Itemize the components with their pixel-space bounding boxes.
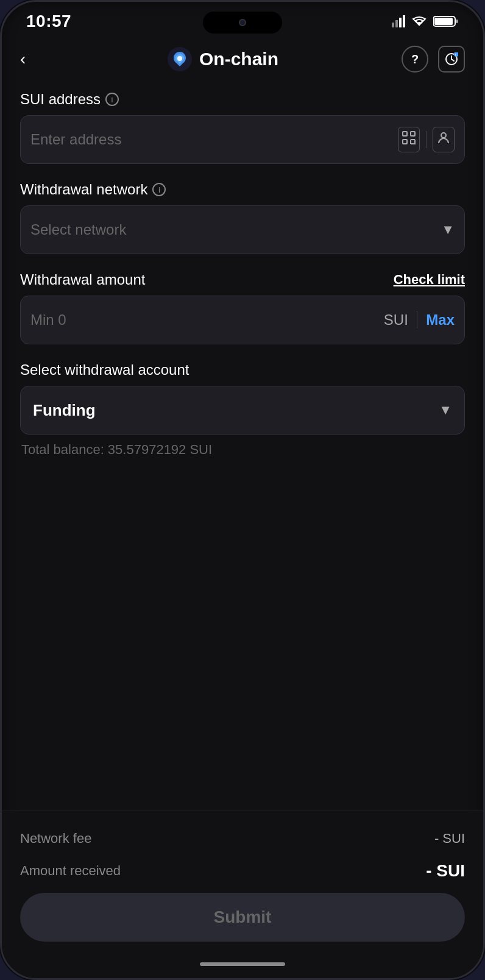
sui-address-label-text: SUI address — [20, 91, 101, 108]
withdrawal-account-label-text: Select withdrawal account — [20, 361, 189, 378]
withdrawal-amount-label: Withdrawal amount — [20, 271, 145, 288]
check-limit-button[interactable]: Check limit — [394, 272, 465, 288]
withdrawal-network-dropdown[interactable]: Select network ▼ — [20, 205, 465, 254]
withdrawal-amount-group: Withdrawal amount Check limit Min 0 SUI … — [20, 271, 465, 344]
account-name: Funding — [33, 401, 96, 420]
withdrawal-network-label: Withdrawal network i — [20, 181, 465, 198]
dynamic-island-dot — [239, 19, 246, 26]
network-fee-row: Network fee - SUI — [20, 823, 465, 854]
currency-label: SUI — [384, 311, 408, 328]
withdrawal-account-label: Select withdrawal account — [20, 361, 465, 378]
max-button[interactable]: Max — [426, 311, 455, 328]
svg-point-15 — [441, 133, 446, 138]
page-title: On-chain — [199, 49, 278, 69]
amount-right-controls: SUI Max — [384, 311, 455, 328]
person-icon — [437, 131, 450, 144]
svg-rect-2 — [399, 18, 402, 27]
volume-up-button — [0, 221, 2, 282]
network-fee-label: Network fee — [20, 831, 91, 847]
dynamic-island — [203, 12, 282, 34]
account-dropdown-arrow-icon: ▼ — [439, 402, 452, 418]
volume-down-button — [0, 294, 2, 355]
network-fee-value: - SUI — [434, 831, 465, 847]
withdrawal-network-info-icon[interactable]: i — [152, 183, 166, 196]
svg-rect-3 — [403, 15, 405, 27]
signal-icon — [392, 15, 405, 27]
sui-address-input[interactable]: Enter address — [20, 115, 465, 164]
home-bar — [200, 962, 285, 966]
svg-rect-12 — [403, 132, 407, 136]
submit-button[interactable]: Submit — [20, 893, 465, 942]
history-button[interactable]: ! — [438, 46, 465, 73]
svg-rect-0 — [392, 23, 394, 27]
phone-frame: 10:57 — [0, 0, 485, 980]
sui-address-placeholder: Enter address — [30, 131, 121, 148]
back-button[interactable]: ‹ — [20, 49, 44, 69]
withdrawal-network-label-text: Withdrawal network — [20, 181, 147, 198]
dropdown-arrow-icon: ▼ — [441, 222, 455, 238]
withdrawal-network-group: Withdrawal network i Select network ▼ — [20, 181, 465, 254]
main-content: SUI address i Enter address — [2, 85, 483, 458]
scan-icon — [402, 131, 416, 144]
withdrawal-amount-input[interactable]: Min 0 SUI Max — [20, 296, 465, 344]
withdrawal-amount-label-row: Withdrawal amount Check limit — [20, 271, 465, 288]
svg-point-8 — [177, 56, 182, 61]
status-icons — [392, 15, 459, 27]
status-time: 10:57 — [26, 12, 71, 31]
wifi-icon — [411, 15, 427, 27]
svg-rect-6 — [456, 20, 458, 23]
clock-icon: ! — [445, 52, 458, 66]
amount-received-value: - SUI — [426, 861, 465, 881]
amount-received-label: Amount received — [20, 863, 121, 879]
total-balance-text: Total balance: 35.57972192 SUI — [20, 442, 465, 458]
contact-button[interactable] — [433, 127, 455, 152]
withdrawal-account-dropdown[interactable]: Funding ▼ — [20, 386, 465, 435]
sui-address-group: SUI address i Enter address — [20, 91, 465, 164]
vertical-divider — [426, 131, 427, 148]
svg-rect-14 — [403, 140, 407, 144]
sui-address-icons — [398, 127, 455, 152]
withdrawal-account-group: Select withdrawal account Funding ▼ Tota… — [20, 361, 465, 458]
withdrawal-amount-label-text: Withdrawal amount — [20, 271, 145, 288]
svg-rect-1 — [395, 20, 398, 27]
help-icon: ? — [411, 52, 419, 66]
app-header: ‹ On-chain ? ! — [2, 36, 483, 85]
withdrawal-network-placeholder: Select network — [30, 221, 126, 238]
svg-rect-13 — [411, 132, 415, 136]
bottom-section: Network fee - SUI Amount received - SUI … — [2, 811, 483, 978]
help-button[interactable]: ? — [402, 46, 428, 73]
svg-rect-5 — [434, 18, 453, 25]
battery-icon — [433, 15, 459, 27]
header-actions: ? ! — [402, 46, 465, 73]
volume-silent-button — [0, 172, 2, 209]
amount-placeholder: Min 0 — [30, 311, 66, 328]
sui-address-label: SUI address i — [20, 91, 465, 108]
home-indicator — [20, 954, 465, 978]
status-bar: 10:57 — [2, 2, 483, 36]
header-title-group: On-chain — [168, 47, 278, 71]
amount-received-row: Amount received - SUI — [20, 854, 465, 893]
amount-vertical-divider — [417, 311, 418, 328]
sui-logo-icon — [168, 47, 192, 71]
scan-qr-button[interactable] — [398, 127, 420, 152]
sui-address-info-icon[interactable]: i — [105, 93, 119, 106]
